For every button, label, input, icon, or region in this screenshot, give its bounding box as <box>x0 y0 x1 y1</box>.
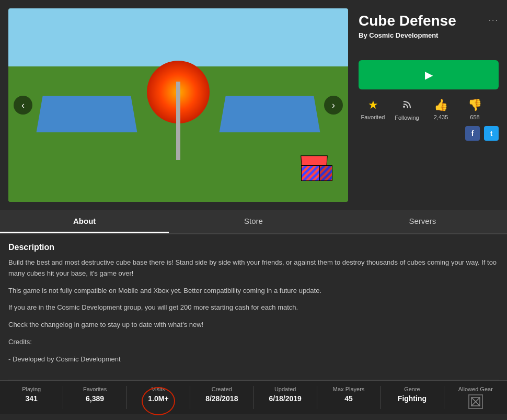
platform-left <box>37 96 137 133</box>
credits-title: Credits: <box>8 337 499 348</box>
star-icon: ★ <box>368 98 378 112</box>
creator-name[interactable]: Cosmic Development <box>369 31 438 39</box>
stat-value: 6/18/2019 <box>269 394 302 403</box>
stat-value: 1.0M+ <box>148 394 168 403</box>
stat-label: Visits <box>152 386 165 392</box>
carousel-next-button[interactable]: › <box>324 96 343 115</box>
stat-label: Playing <box>22 386 41 392</box>
play-button[interactable]: ▶ <box>359 60 499 89</box>
stat-label: Allowed Gear <box>458 386 493 392</box>
stat-item-max-players: Max Players45 <box>317 386 381 409</box>
stat-value: 6,389 <box>86 394 104 403</box>
content-area: Description Build the best and most dest… <box>0 234 507 380</box>
stat-item-favorites: Favorites6,389 <box>63 386 126 409</box>
game-title: Cube Defense <box>359 13 456 29</box>
facebook-icon: f <box>471 129 474 138</box>
thumbs-up-action[interactable]: 👍 2,435 <box>427 98 455 120</box>
twitter-icon: t <box>490 129 493 138</box>
social-row: f t <box>359 126 499 141</box>
cube-side-face <box>319 165 332 181</box>
play-icon: ▶ <box>425 69 433 81</box>
facebook-share-button[interactable]: f <box>465 126 480 141</box>
thumbs-down-action[interactable]: 👎 658 <box>460 98 489 120</box>
stat-label: Genre <box>404 386 420 392</box>
stat-item-allowed-gear: Allowed Gear <box>444 386 507 409</box>
stat-label: Updated <box>274 386 296 392</box>
tab-about[interactable]: About <box>0 210 169 233</box>
stat-label: Created <box>212 386 232 392</box>
stat-visits-highlighted: 1.0M+ <box>148 394 168 403</box>
thumbs-down-icon: 👎 <box>468 98 482 112</box>
twitter-share-button[interactable]: t <box>484 126 499 141</box>
stat-value: Fighting <box>398 394 427 403</box>
stat-item-genre: GenreFighting <box>381 386 444 409</box>
description-p1: Build the best and most destructive cube… <box>8 257 499 279</box>
follow-action[interactable]: Following <box>393 98 421 121</box>
stat-item-created: Created8/28/2018 <box>190 386 254 409</box>
stat-label: Favorites <box>83 386 107 392</box>
thumbs-up-icon: 👍 <box>434 98 448 112</box>
action-row: ★ Favorited Following 👍 2,435 👎 <box>359 98 499 121</box>
description-p2: This game is not fully compatible on Mob… <box>8 286 499 297</box>
carousel-image <box>8 8 348 202</box>
following-label: Following <box>395 115 419 121</box>
tabs-bar: About Store Servers <box>0 210 507 234</box>
stat-item-playing: Playing341 <box>0 386 63 409</box>
stat-value: 341 <box>26 394 38 403</box>
stat-item-visits: Visits1.0M+ <box>127 386 190 409</box>
credits-line: - Developed by Cosmic Development <box>8 354 499 365</box>
carousel-prev-button[interactable]: ‹ <box>14 96 32 115</box>
description-p4: Check the changelog in game to stay up t… <box>8 320 499 331</box>
game-title-row: Cube Defense ··· <box>359 13 499 29</box>
thumbs-down-count: 658 <box>470 114 479 120</box>
svg-point-0 <box>403 106 405 108</box>
favorited-label: Favorited <box>361 114 385 120</box>
description-p3: If you are in the Cosmic Development gro… <box>8 302 499 313</box>
game-scene <box>8 8 348 202</box>
stats-bar: Playing341Favorites6,389Visits1.0M+Creat… <box>0 380 507 414</box>
game-carousel: ‹ › <box>8 8 348 202</box>
rss-icon <box>401 98 413 112</box>
path-line <box>176 82 180 160</box>
tab-store[interactable]: Store <box>169 210 338 233</box>
top-section: ‹ › Cube Defense ··· By Cosmic Developme… <box>0 0 507 210</box>
stat-label: Max Players <box>333 386 365 392</box>
stat-value: 45 <box>344 394 353 403</box>
stat-item-updated: Updated6/18/2019 <box>254 386 317 409</box>
description-title: Description <box>8 243 499 252</box>
favorite-action[interactable]: ★ Favorited <box>359 98 387 120</box>
game-info-panel: Cube Defense ··· By Cosmic Development ▶… <box>359 8 499 202</box>
platform-right <box>220 96 320 133</box>
rubiks-cube-icon <box>296 155 332 191</box>
tab-servers[interactable]: Servers <box>338 210 507 233</box>
options-menu-button[interactable]: ··· <box>489 16 499 25</box>
gear-icon-box <box>468 394 483 409</box>
thumbs-up-count: 2,435 <box>434 114 448 120</box>
game-creator: By Cosmic Development <box>359 31 499 39</box>
creator-prefix: By <box>359 31 367 39</box>
stat-value: 8/28/2018 <box>205 394 238 403</box>
